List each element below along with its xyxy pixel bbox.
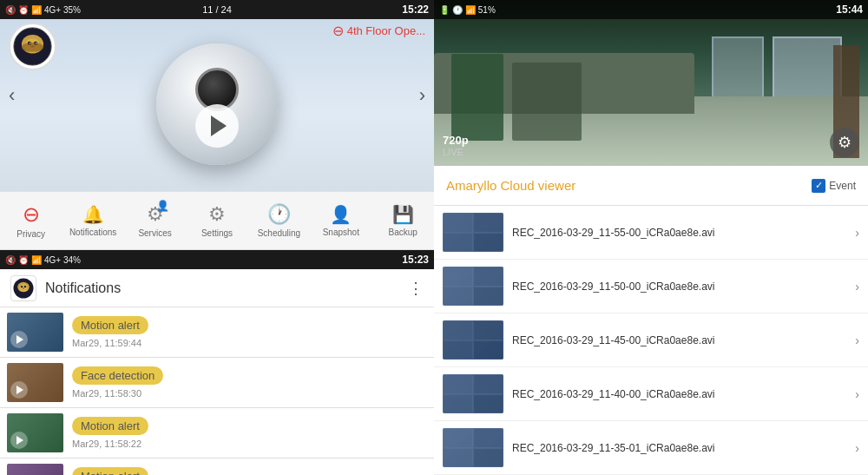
battery-mid: 4G+ 34% bbox=[44, 255, 81, 265]
notif-thumbnail bbox=[7, 413, 63, 452]
tab-scheduling-label: Scheduling bbox=[258, 228, 300, 238]
tab-scheduling[interactable]: 🕐 Scheduling bbox=[248, 203, 310, 238]
live-status-label: LIVE bbox=[443, 147, 469, 157]
tab-settings-label: Settings bbox=[201, 228, 233, 238]
notif-badge-motion: Motion alert bbox=[72, 316, 148, 334]
recording-item[interactable]: REC_2016-03-29_11-55-00_iCRa0ae8e.avi › bbox=[434, 206, 868, 260]
camera-device bbox=[156, 43, 278, 165]
camera-name: ⊖ 4th Floor Ope... bbox=[332, 23, 425, 39]
tab-bar: ⊖ Privacy 🔔 Notifications ⚙👤 Services ⚙ … bbox=[0, 191, 434, 250]
live-badge: 720p LIVE bbox=[443, 134, 469, 157]
signal-right: 📶 51% bbox=[465, 5, 496, 15]
chevron-right-icon: › bbox=[855, 280, 859, 294]
recording-list: REC_2016-03-29_11-55-00_iCRa0ae8e.avi › bbox=[434, 206, 868, 475]
notif-badge-motion: Motion alert bbox=[72, 467, 148, 475]
svg-point-16 bbox=[21, 285, 23, 287]
status-time-right: 15:44 bbox=[836, 3, 863, 16]
notifications-list: Motion alert Mar29, 11:59:44 Face detect… bbox=[0, 307, 434, 475]
svg-point-18 bbox=[23, 287, 24, 288]
tab-notifications[interactable]: 🔔 Notifications bbox=[62, 204, 123, 237]
signal-icon: 📶 bbox=[31, 5, 42, 15]
left-panel: 🔇 ⏰ 📶 4G+ 35% 11 / 24 15:22 bbox=[0, 0, 434, 475]
tab-services[interactable]: ⚙👤 Services bbox=[124, 203, 186, 238]
mute-icon-mid: 🔇 bbox=[5, 255, 16, 265]
cloud-viewer: Amaryllo Cloud viewer ✓ Event bbox=[434, 166, 868, 475]
services-icon: ⚙👤 bbox=[147, 203, 164, 226]
play-icon bbox=[211, 115, 227, 136]
notif-content: Motion alert Mar29, 11:59:44 bbox=[72, 316, 148, 348]
notifications-icon: 🔔 bbox=[82, 204, 104, 225]
notif-thumbnail bbox=[7, 313, 63, 352]
notifications-header: Notifications ⋮ bbox=[0, 269, 434, 307]
recording-thumbnail bbox=[443, 320, 503, 360]
recording-thumbnail bbox=[443, 374, 503, 413]
prev-camera-button[interactable]: ‹ bbox=[0, 76, 23, 115]
chevron-right-icon: › bbox=[855, 226, 859, 240]
alarm-icon: ⏰ bbox=[18, 5, 29, 15]
event-filter-checkbox[interactable]: ✓ Event bbox=[812, 179, 856, 193]
chevron-right-icon: › bbox=[855, 387, 859, 401]
settings-icon: ⚙ bbox=[208, 203, 226, 226]
recording-filename: REC_2016-03-29_11-40-00_iCRa0ae8e.avi bbox=[512, 388, 855, 400]
app-logo bbox=[9, 23, 56, 70]
status-icons-right: 🔋 🕐 📶 51% bbox=[439, 5, 496, 15]
right-panel: 🔋 🕐 📶 51% 15:44 720p LIVE bbox=[434, 0, 868, 475]
status-icons-left: 🔇 ⏰ 📶 4G+ 35% bbox=[5, 5, 81, 15]
status-time-mid: 15:23 bbox=[402, 254, 429, 266]
clock-icon-right: 🕐 bbox=[452, 5, 463, 15]
status-icons-mid: 🔇 ⏰ 📶 4G+ 34% bbox=[5, 255, 81, 265]
recording-item[interactable]: REC_2016-03-29_11-45-00_iCRa0ae8e.avi › bbox=[434, 313, 868, 367]
notification-item[interactable]: Motion alert Mar29, 11:57:00 bbox=[0, 459, 434, 475]
battery-text: 4G+ 35% bbox=[44, 5, 81, 15]
gear-icon: ⚙ bbox=[838, 133, 852, 152]
alarm-icon-mid: ⏰ bbox=[18, 255, 29, 265]
play-button[interactable] bbox=[195, 104, 239, 148]
event-label: Event bbox=[829, 180, 856, 192]
cloud-viewer-title: Amaryllo Cloud viewer bbox=[446, 178, 812, 193]
recording-thumbnail bbox=[443, 428, 503, 467]
signal-icon-mid: 📶 bbox=[31, 255, 42, 265]
tab-snapshot[interactable]: 👤 Snapshot bbox=[310, 204, 372, 237]
room-scene bbox=[434, 19, 868, 166]
notif-content: Motion alert Mar29, 11:58:22 bbox=[72, 417, 148, 449]
checkbox-icon: ✓ bbox=[812, 179, 825, 193]
recording-item[interactable]: REC_2016-03-29_11-40-00_iCRa0ae8e.avi › bbox=[434, 367, 868, 421]
battery-icon-right: 🔋 bbox=[439, 5, 450, 15]
stop-icon: ⊖ bbox=[332, 23, 344, 39]
furniture-item bbox=[451, 54, 503, 141]
notif-time: Mar29, 11:58:30 bbox=[72, 388, 163, 399]
notif-content: Motion alert Mar29, 11:57:00 bbox=[72, 467, 148, 475]
notif-content: Face detection Mar29, 11:58:30 bbox=[72, 366, 163, 399]
notifications-title: Notifications bbox=[45, 280, 408, 296]
tab-notifications-label: Notifications bbox=[69, 228, 116, 237]
camera-settings-button[interactable]: ⚙ bbox=[830, 128, 859, 157]
camera-counter: 11 / 24 bbox=[202, 4, 232, 15]
notif-thumbnail bbox=[7, 464, 63, 475]
status-bar-right: 🔋 🕐 📶 51% 15:44 bbox=[434, 0, 868, 19]
chevron-right-icon: › bbox=[855, 333, 859, 347]
recording-filename: REC_2016-03-29_11-35-01_iCRa0ae8e.avi bbox=[512, 442, 855, 454]
tab-settings[interactable]: ⚙ Settings bbox=[186, 203, 247, 238]
recording-item[interactable]: REC_2016-03-29_11-35-01_iCRa0ae8e.avi › bbox=[434, 421, 868, 475]
tab-privacy[interactable]: ⊖ Privacy bbox=[0, 202, 62, 239]
status-bar-mid: 🔇 ⏰ 📶 4G+ 34% 15:23 bbox=[0, 250, 434, 269]
notif-time: Mar29, 11:59:44 bbox=[72, 338, 148, 348]
recording-filename: REC_2016-03-29_11-50-00_iCRa0ae8e.avi bbox=[512, 280, 855, 293]
status-time-top: 15:22 bbox=[402, 3, 429, 16]
recording-item[interactable]: REC_2016-03-29_11-50-00_iCRa0ae8e.avi › bbox=[434, 260, 868, 313]
camera-view: 🔇 ⏰ 📶 4G+ 35% 11 / 24 15:22 bbox=[0, 0, 434, 191]
svg-point-10 bbox=[22, 43, 43, 52]
scheduling-icon: 🕐 bbox=[267, 203, 291, 226]
chevron-right-icon: › bbox=[855, 441, 859, 455]
notif-badge-motion: Motion alert bbox=[72, 417, 148, 435]
more-options-button[interactable]: ⋮ bbox=[408, 279, 424, 298]
cloud-viewer-header: Amaryllo Cloud viewer ✓ Event bbox=[434, 166, 868, 206]
notification-item[interactable]: Motion alert Mar29, 11:59:44 bbox=[0, 307, 434, 358]
tab-backup[interactable]: 💾 Backup bbox=[372, 204, 434, 237]
next-camera-button[interactable]: › bbox=[411, 76, 434, 115]
notif-time: Mar29, 11:58:22 bbox=[72, 439, 148, 449]
notification-item[interactable]: Motion alert Mar29, 11:58:22 bbox=[0, 408, 434, 459]
svg-point-17 bbox=[24, 285, 26, 287]
tab-services-label: Services bbox=[138, 228, 171, 238]
notification-item[interactable]: Face detection Mar29, 11:58:30 bbox=[0, 358, 434, 408]
